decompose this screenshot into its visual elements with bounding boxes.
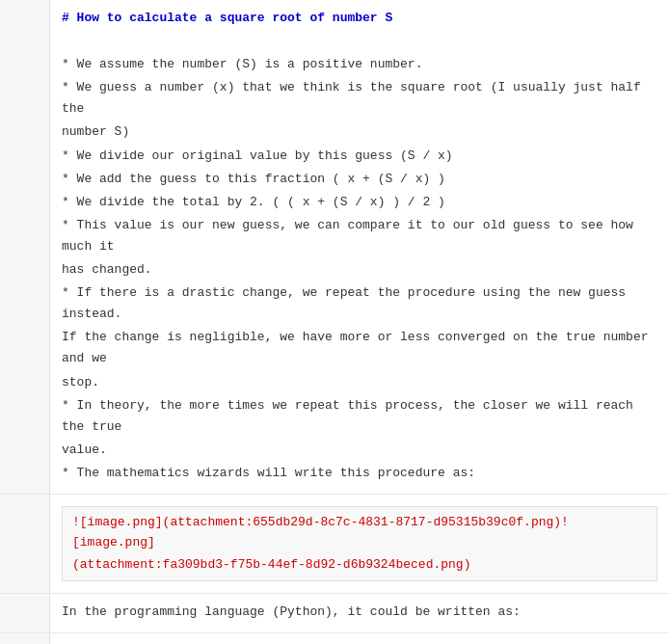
cell-markdown-2: In the programming language (Python), it… [0, 594, 669, 633]
md-line: value. [62, 440, 657, 461]
image-link-1[interactable]: ![image.png](attachment:655db29d-8c7c-48… [72, 515, 561, 529]
cell-markdown-1: # How to calculate a square root of numb… [0, 0, 669, 495]
md-line: * We guess a number (x) that we think is… [62, 77, 657, 120]
markdown-text-2: In the programming language (Python), it… [62, 602, 657, 623]
md-line: number S) [62, 121, 657, 143]
markdown-text-1: # How to calculate a square root of numb… [62, 8, 657, 484]
cell-content-image: ![image.png](attachment:655db29d-8c7c-48… [50, 495, 669, 593]
cell-code-6: [6]: def sqrt_heron(s, margin_of_error=0… [0, 633, 669, 644]
cell-label-image [0, 495, 50, 593]
md-line: * We divide the total by 2. ( ( x + (S /… [62, 192, 657, 213]
md-line: has changed. [62, 259, 657, 281]
md-line: * The mathematics wizards will write thi… [62, 463, 657, 484]
md-line: * We add the guess to this fraction ( x … [62, 169, 657, 190]
md-line: * We assume the number (S) is a positive… [62, 54, 657, 75]
cell-label-1 [0, 0, 50, 494]
cell-label-6: [6]: [0, 633, 50, 644]
md-line: * This value is our new guess, we can co… [62, 215, 657, 257]
cell-content-code-6: def sqrt_heron(s, margin_of_error=0.0001… [50, 633, 669, 644]
md-line: * In theory, the more times we repeat th… [62, 395, 657, 438]
md-line: If the change is negligible, we have mor… [62, 327, 657, 369]
md-line: stop. [62, 372, 657, 393]
image-link-block: ![image.png](attachment:655db29d-8c7c-48… [62, 506, 657, 581]
cell-label-2 [0, 594, 50, 632]
heading-text: # How to calculate a square root of numb… [62, 11, 392, 25]
md-line: * We divide our original value by this g… [62, 146, 657, 167]
image-link-3[interactable]: (attachment:fa309bd3-f75b-44ef-8d92-d6b9… [72, 555, 647, 576]
md-line: * If there is a drastic change, we repea… [62, 282, 657, 325]
cell-content-markdown-2: In the programming language (Python), it… [50, 594, 669, 632]
cell-content-markdown-1: # How to calculate a square root of numb… [50, 0, 669, 494]
notebook: # How to calculate a square root of numb… [0, 0, 669, 644]
cell-image-link: ![image.png](attachment:655db29d-8c7c-48… [0, 495, 669, 594]
